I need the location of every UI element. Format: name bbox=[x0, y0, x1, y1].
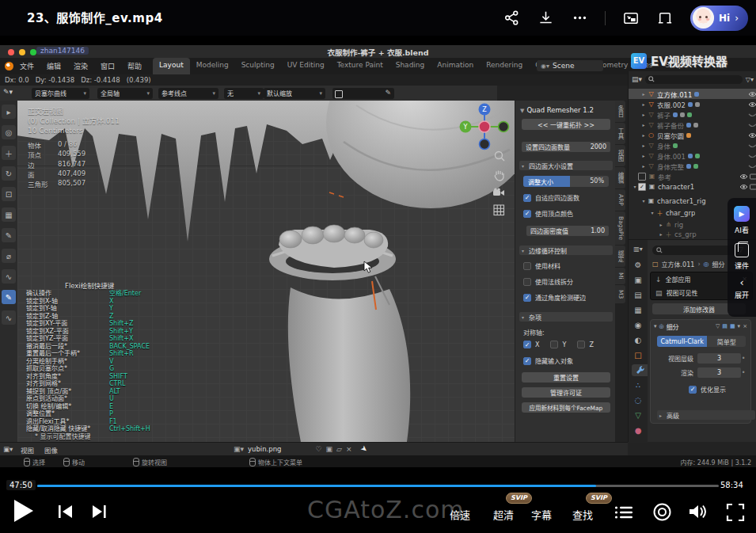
delete-modifier-icon[interactable]: × bbox=[743, 323, 747, 329]
outliner-item-label[interactable]: 身体完整 bbox=[657, 162, 684, 171]
n-panel-tab-ARP[interactable]: ARP bbox=[615, 189, 625, 211]
reset-settings-button[interactable]: 重置设置 bbox=[522, 372, 610, 383]
properties-tab-output[interactable]: ▤ bbox=[632, 289, 644, 301]
cast-screen-icon[interactable] bbox=[656, 10, 674, 27]
workspace-tab-layout[interactable]: Layout bbox=[153, 58, 190, 74]
expand-arrow-icon[interactable]: ▸ bbox=[640, 163, 647, 169]
outliner-item-label[interactable]: 立方体.011 bbox=[657, 89, 692, 99]
outliner-row[interactable]: ▸▽身体 bbox=[629, 140, 756, 150]
size-slider[interactable]: 调整大小 50% bbox=[523, 176, 609, 187]
n-panel-tab-编辑[interactable]: 编辑 bbox=[615, 167, 625, 188]
breadcrumb-modifier[interactable]: 细分 bbox=[712, 260, 725, 268]
properties-tab-tool[interactable]: ⚙ bbox=[632, 259, 644, 271]
tool-measure-icon[interactable]: ⌀ bbox=[2, 249, 16, 263]
properties-tab-scene[interactable]: ◉ bbox=[632, 319, 644, 331]
outliner-row[interactable]: ▾✓▣character1 bbox=[629, 181, 756, 192]
visibility-eye-icon[interactable] bbox=[738, 184, 749, 190]
outliner-item-label[interactable]: 贝塞尔圆 bbox=[657, 131, 684, 140]
video-frame[interactable]: zhan147146 衣服制作-裤子 + 衣服.blend 文件编辑渲染窗口帮助… bbox=[0, 36, 756, 475]
breadcrumb-object[interactable]: 立方体.011 bbox=[662, 260, 695, 268]
expand-arrow-icon[interactable]: ▸ bbox=[640, 91, 647, 97]
outliner-item-label[interactable]: character1_rig bbox=[657, 197, 706, 205]
modifier-header[interactable]: ▾ ◎ 细分 ▽ ▤ ▦ ▾ × bbox=[651, 320, 750, 333]
editor-type-icon[interactable]: ✎▾ bbox=[3, 88, 13, 96]
tool-transform-icon[interactable]: ▦ bbox=[2, 207, 16, 222]
workspace-tab-modeling[interactable]: Modeling bbox=[190, 58, 235, 74]
properties-tab-material[interactable]: ● bbox=[632, 424, 644, 436]
expand-arrow-icon[interactable]: ▸ bbox=[640, 153, 647, 158]
fake-user-icon[interactable]: ♡ bbox=[315, 445, 321, 453]
fullscreen-icon[interactable] bbox=[726, 503, 745, 522]
ai-watch-icon[interactable]: ▶ bbox=[734, 206, 750, 222]
volume-icon[interactable] bbox=[688, 503, 709, 520]
blender-logo-icon[interactable] bbox=[5, 62, 13, 70]
quality-button[interactable]: 超清 bbox=[493, 507, 514, 522]
workspace-tab-sculpting[interactable]: Sculpting bbox=[235, 58, 281, 74]
menu-item[interactable]: 帮助 bbox=[127, 61, 142, 71]
outliner-item-label[interactable]: 裤子 bbox=[657, 110, 671, 120]
expand-arrow-icon[interactable]: ▾ bbox=[640, 198, 647, 204]
next-button[interactable] bbox=[90, 504, 108, 519]
image-editor-type-icon[interactable]: ▣▾ bbox=[3, 445, 13, 453]
collection-checkbox[interactable]: ✓ bbox=[638, 183, 646, 191]
expand-arrow-icon[interactable]: ▸ bbox=[640, 132, 647, 138]
outliner-row[interactable]: ▸▽裤子备份 bbox=[629, 120, 756, 130]
tool-curve-draw-icon[interactable]: ∿ bbox=[2, 269, 16, 284]
scene-selector[interactable]: ◉▾ Scene bbox=[537, 60, 603, 71]
expand-label[interactable]: 展开 bbox=[735, 290, 749, 300]
properties-tab-particles[interactable]: ∴ bbox=[632, 379, 644, 391]
grid-toggle-icon[interactable] bbox=[493, 204, 505, 216]
outliner-item-label[interactable]: 裤子备份 bbox=[657, 120, 684, 130]
expand-arrow-icon[interactable]: ▸ bbox=[640, 101, 647, 107]
camera-view-icon[interactable] bbox=[492, 188, 506, 198]
visibility-eye-icon[interactable] bbox=[747, 112, 756, 118]
subtitles-button[interactable]: 字幕 bbox=[531, 507, 552, 522]
tool-dropdown[interactable]: 无▾ bbox=[224, 88, 264, 99]
tool-dropdown[interactable]: 全局轴▾ bbox=[97, 88, 153, 99]
viewport-3d[interactable]: 正交左视图 (0) Collection | 立方体.011 10 Centim… bbox=[17, 101, 515, 442]
expand-arrow-icon[interactable]: ▸ bbox=[640, 122, 647, 128]
tool-select-icon[interactable]: ▸ bbox=[2, 105, 16, 119]
unlink-icon[interactable]: × bbox=[346, 445, 352, 453]
optimal-display-checkbox[interactable]: ✓ 优化显示 bbox=[689, 385, 726, 394]
n-panel-tab-工具[interactable]: 工具 bbox=[615, 123, 625, 144]
workspace-tab-uv-editing[interactable]: UV Editing bbox=[281, 58, 331, 74]
outliner-item-label[interactable]: 身体.001 bbox=[657, 151, 686, 161]
hide-input-checkbox[interactable]: ✓隐藏输入对象 bbox=[523, 356, 573, 365]
properties-tab-render[interactable]: ▣ bbox=[632, 274, 644, 286]
adaptive-quad-checkbox[interactable]: ✓自适应四边面数 bbox=[523, 193, 579, 202]
image-menu[interactable]: 图像 bbox=[44, 445, 58, 455]
tool-dropdown[interactable]: 贝塞尔曲线▾ bbox=[32, 88, 89, 99]
symmetry-axis-z[interactable]: Z bbox=[577, 341, 593, 348]
catmull-clark-button[interactable]: Catmull-Clark bbox=[657, 336, 707, 347]
advanced-section-header[interactable]: 高级 bbox=[657, 410, 755, 420]
extras-icon[interactable]: ▾ bbox=[738, 323, 741, 329]
image-name[interactable]: yubin.png bbox=[248, 445, 281, 453]
tool-rotate-icon[interactable]: ↻ bbox=[2, 166, 16, 181]
tool-dropdown[interactable]: 默认缩放▾ bbox=[264, 88, 325, 99]
outliner-search[interactable] bbox=[645, 75, 743, 84]
properties-tab-object-data[interactable]: ▽ bbox=[632, 409, 644, 421]
properties-tab-modifiers[interactable] bbox=[632, 364, 648, 376]
menu-item[interactable]: 渲染 bbox=[74, 61, 88, 71]
menu-item[interactable]: 文件 bbox=[20, 61, 34, 71]
properties-tab-view-layer[interactable]: ▦ bbox=[632, 304, 644, 316]
account-pill[interactable]: Hi › bbox=[690, 6, 748, 31]
settings-icon[interactable] bbox=[652, 502, 672, 522]
stroke-name-field[interactable]: ✎ bbox=[332, 88, 394, 99]
open-folder-icon[interactable]: ▱ bbox=[336, 445, 342, 453]
visibility-eye-icon[interactable] bbox=[738, 173, 749, 180]
properties-tab-object[interactable]: □ bbox=[632, 349, 644, 361]
share-icon[interactable] bbox=[503, 10, 520, 27]
properties-tab-world[interactable]: ◐ bbox=[632, 334, 644, 346]
symmetry-axis-y[interactable]: Y bbox=[550, 341, 566, 348]
render-visibility-icon[interactable] bbox=[749, 184, 756, 190]
ai-watch-label[interactable]: AI看 bbox=[735, 225, 749, 235]
tool-tweak-icon[interactable]: ◎ bbox=[2, 125, 16, 139]
render-value-field[interactable]: 3 bbox=[697, 367, 741, 378]
outliner-row[interactable]: ▸▽衣服.002 bbox=[629, 99, 756, 109]
tool-flexi-edit-icon[interactable]: ∿ bbox=[2, 310, 16, 325]
render-visibility-icon[interactable] bbox=[749, 173, 756, 180]
manage-license-button[interactable]: 管理许可证 bbox=[522, 387, 610, 398]
visibility-eye-icon[interactable] bbox=[747, 91, 756, 97]
